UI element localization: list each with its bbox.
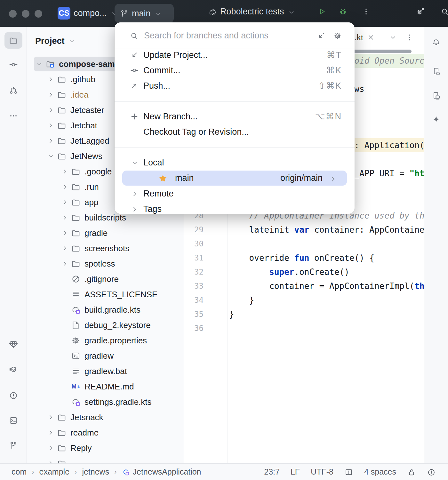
tree-item-label: README.md — [84, 382, 134, 392]
rail-problems-tool[interactable] — [4, 387, 22, 404]
tab-close-button[interactable] — [366, 32, 376, 43]
line-number: 30 — [184, 237, 228, 251]
close-button[interactable] — [9, 10, 17, 18]
rail-running-devices[interactable] — [427, 87, 445, 104]
kebab-menu-icon — [405, 35, 414, 40]
shortcut-label: ⌘K — [326, 65, 342, 76]
tree-item-README.md[interactable]: MREADME.md — [27, 379, 184, 394]
rail-project-tool[interactable] — [4, 32, 22, 49]
file-encoding[interactable]: UTF-8 — [311, 467, 333, 476]
chevron-right-icon — [45, 458, 56, 463]
more-actions-button[interactable] — [362, 7, 371, 16]
project-panel-header[interactable]: Project — [35, 33, 76, 49]
chevron-down-icon-svg — [68, 37, 76, 45]
terminal-file-icon — [71, 351, 81, 361]
line-ending[interactable]: LF — [291, 467, 300, 476]
minimize-button[interactable] — [22, 10, 29, 18]
tree-item-settings.gradle.kts[interactable]: settings.gradle.kts — [27, 394, 184, 410]
tree-item-screenshots[interactable]: screenshots — [27, 241, 184, 256]
rail-logcat-tool[interactable] — [4, 362, 22, 379]
chevron-spacer — [60, 320, 70, 331]
project-widget[interactable]: CS compo... — [58, 7, 118, 20]
zoom-button[interactable] — [35, 10, 42, 18]
debug-button[interactable] — [339, 7, 348, 16]
search-everywhere-button[interactable] — [440, 7, 448, 16]
rail-gemini[interactable] — [427, 111, 445, 128]
push-icon — [130, 81, 139, 91]
tree-item-ASSETS_LICENSE[interactable]: ASSETS_LICENSE — [27, 287, 184, 302]
tree-item-spotless[interactable]: spotless — [27, 256, 184, 271]
tree-item-.gitignore[interactable]: .gitignore — [27, 271, 184, 287]
rail-more-tool-windows[interactable] — [4, 108, 22, 124]
popup-item-checkout-tag[interactable]: Checkout Tag or Revision... — [115, 124, 355, 140]
code-text: override fun onCreate() { — [229, 251, 374, 265]
more-dots-icon — [9, 111, 18, 121]
folder-icon — [56, 135, 67, 146]
problems-icon — [9, 391, 18, 400]
folder-icon — [56, 427, 67, 438]
breadcrumb-com[interactable]: com — [12, 467, 27, 476]
popup-item-new-branch[interactable]: New Branch...⌥⌘N — [115, 109, 355, 124]
update-icon — [130, 51, 139, 60]
rail-notifications[interactable] — [427, 35, 445, 51]
push-icon — [130, 81, 139, 90]
tree-item-gradlew[interactable]: gradlew — [27, 348, 184, 364]
chevron-right-icon — [61, 229, 69, 237]
caret-position[interactable]: 23:7 — [264, 467, 280, 476]
branch-name: main — [175, 171, 194, 186]
tree-item-build.gradle.kts[interactable]: build.gradle.kts — [27, 302, 184, 317]
tree-item-label: gradlew — [84, 351, 114, 361]
popup-item-commit[interactable]: Commit...⌘K — [115, 63, 355, 78]
readonly-toggle[interactable] — [407, 467, 416, 476]
section-remote[interactable]: Remote — [115, 186, 355, 201]
error-indicator[interactable] — [427, 467, 436, 476]
tree-item-Jetsnack[interactable]: Jetsnack — [27, 410, 184, 425]
tree-item-label: .gitignore — [84, 274, 119, 284]
breadcrumb-jetnews[interactable]: jetnews — [82, 467, 109, 476]
section-label: Local — [143, 158, 164, 168]
editor-options-button[interactable] — [404, 32, 414, 43]
tree-item-gradlew.bat[interactable]: gradlew.bat — [27, 364, 184, 379]
local-section-header[interactable]: Local — [115, 155, 355, 170]
fetch-button[interactable] — [316, 30, 326, 41]
tree-item-debug_2.keystore[interactable]: debug_2.keystore — [27, 317, 184, 333]
tree-item-readme[interactable]: readme — [27, 425, 184, 440]
line-highlight — [228, 237, 424, 251]
indent-style[interactable]: 4 spaces — [364, 467, 396, 476]
tree-item-gradle[interactable]: gradle — [27, 225, 184, 241]
tree-item-clipped[interactable] — [27, 456, 184, 463]
vcs-branch-widget[interactable]: main — [115, 4, 174, 23]
chevron-down-icon — [131, 158, 139, 168]
terminal-tool-icon — [9, 416, 18, 425]
chevron-right-icon — [45, 105, 56, 116]
breadcrumb-example[interactable]: example — [39, 467, 70, 476]
run-button[interactable] — [317, 7, 326, 16]
section-tags[interactable]: Tags — [115, 201, 355, 214]
run-configuration-widget[interactable]: Robolectric tests — [208, 7, 296, 17]
popup-item-push[interactable]: Push...⇧⌘K — [115, 78, 355, 93]
rail-commit-tool[interactable] — [4, 56, 22, 73]
favorite-star-icon — [158, 173, 168, 184]
folder-icon — [70, 181, 81, 192]
popup-settings-button[interactable] — [332, 30, 343, 41]
branch-item-main[interactable]: main origin/main — [122, 171, 347, 186]
folder-icon — [71, 197, 81, 207]
tree-item-gradle.properties[interactable]: gradle.properties — [27, 333, 184, 348]
rail-terminal-tool[interactable] — [4, 412, 22, 429]
chevron-right-icon — [47, 106, 55, 114]
inspection-widget[interactable] — [344, 467, 353, 476]
rail-device-manager[interactable] — [427, 63, 445, 79]
profiler-button[interactable] — [416, 7, 425, 16]
tree-item-Reply[interactable]: Reply — [27, 440, 184, 456]
rail-pull-requests-tool[interactable] — [4, 82, 22, 99]
popup-item-update-project[interactable]: Update Project...⌘T — [115, 47, 355, 63]
breadcrumb-class[interactable]: JetnewsApplication — [122, 467, 201, 476]
rail-version-control-tool[interactable] — [4, 437, 22, 454]
tab-list-button[interactable] — [388, 32, 398, 43]
line-number: 32 — [184, 265, 228, 279]
profiler-bug-icon — [416, 7, 425, 16]
rail-app-quality-insights-tool[interactable] — [4, 336, 22, 353]
folder-icon — [71, 244, 81, 253]
chevron-down-icon — [47, 152, 55, 160]
branch-search-input[interactable] — [143, 22, 297, 49]
